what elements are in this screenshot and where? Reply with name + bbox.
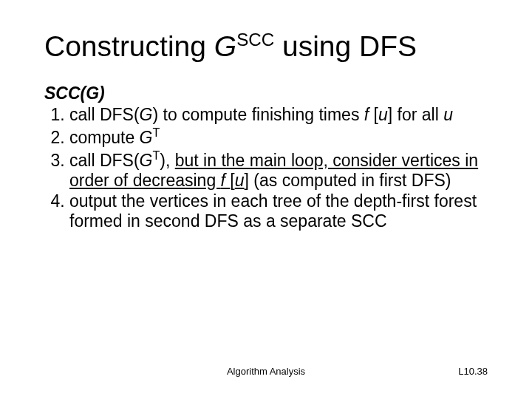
steps-list: call DFS(G) to compute finishing times f… <box>44 105 488 231</box>
title-gvar: G <box>214 30 236 62</box>
step3-text-e: (as computed in first DFS) <box>249 171 451 190</box>
step2-text-a: compute <box>69 128 140 147</box>
step3-text-a: call DFS( <box>69 151 140 170</box>
title-post: using DFS <box>274 30 417 62</box>
step3-u: u <box>235 171 245 190</box>
step3-paren: ) <box>160 151 166 170</box>
footer-right: L10.38 <box>458 366 488 377</box>
slide-title: Constructing GSCC using DFS <box>44 30 488 63</box>
step2-t: T <box>153 126 160 139</box>
step-4: output the vertices in each tree of the … <box>69 191 488 231</box>
step2-g: G <box>140 128 153 147</box>
step1-u: u <box>378 105 388 124</box>
title-gsup: SCC <box>236 30 274 50</box>
step3-comma: , <box>166 151 175 170</box>
step3-f: f <box>221 171 231 190</box>
step3-g: G <box>140 151 153 170</box>
step-2: compute GT <box>69 126 488 148</box>
step1-f: f <box>364 105 374 124</box>
step-1: call DFS(G) to compute finishing times f… <box>69 105 488 125</box>
slide: Constructing GSCC using DFS SCC(G) call … <box>0 0 532 399</box>
step4-text: output the vertices in each tree of the … <box>69 191 477 231</box>
step-3: call DFS(GT), but in the main loop, cons… <box>69 149 488 191</box>
step1-u2: u <box>443 105 453 124</box>
step1-text-b: ) to compute finishing times <box>152 105 364 124</box>
title-pre: Constructing <box>44 30 214 62</box>
algorithm-name: SCC(G) <box>44 83 488 103</box>
step1-text-a: call DFS( <box>69 105 140 124</box>
step3-t: T <box>152 149 160 162</box>
step1-text-d: ] for all <box>388 105 443 124</box>
step1-g: G <box>140 105 153 124</box>
footer-center: Algorithm Analysis <box>0 366 532 377</box>
